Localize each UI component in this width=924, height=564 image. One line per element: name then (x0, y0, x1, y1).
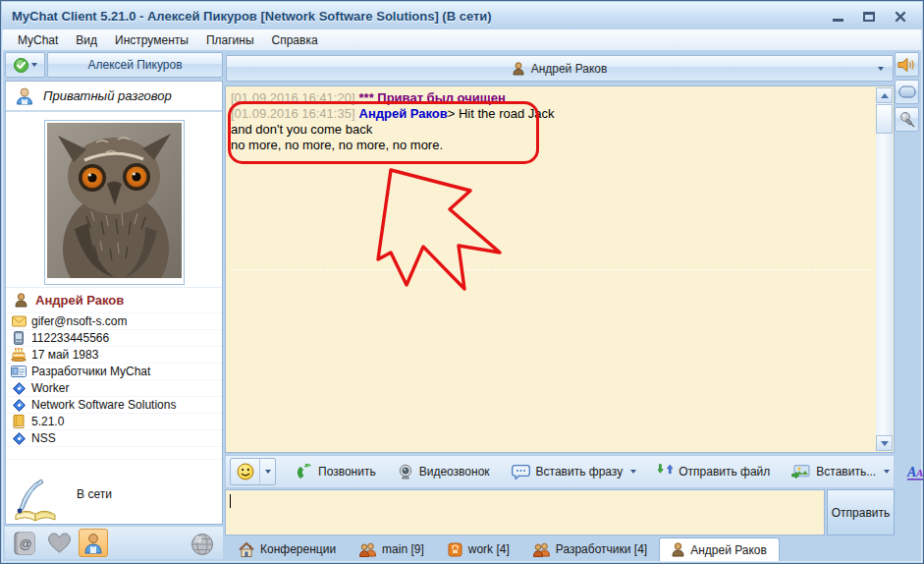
menu-plugins[interactable]: Плагины (197, 31, 263, 49)
insert-phrase-button[interactable]: Вставить фразу (504, 461, 645, 483)
arrow-down-icon (881, 441, 889, 446)
contact-name-row: Андрей Раков (6, 287, 222, 312)
close-button[interactable] (889, 8, 912, 25)
chat-separator-line (232, 269, 870, 270)
globe-icon (190, 533, 214, 556)
window-title: MyChat Client 5.21.0 - Алексей Пикуров [… (12, 9, 492, 24)
transfer-arrows-icon (658, 464, 673, 479)
tab-developers[interactable]: Разработчики [4] (521, 537, 659, 561)
phrase-bubble-icon (512, 465, 530, 479)
detail-row-network: NSS (6, 429, 222, 446)
address-book-button[interactable]: @ (10, 529, 39, 557)
info-icon (6, 399, 31, 412)
birthday-icon (6, 348, 31, 362)
private-person-icon (15, 86, 34, 106)
left-panel: Алексей Пикуров Приватный разговор (5, 52, 223, 559)
detail-row-version: 5.21.0 (6, 413, 222, 429)
compact-window-icon (898, 85, 916, 98)
private-chat-label: Приватный разговор (43, 88, 172, 103)
lock-icon (448, 542, 462, 557)
scroll-thumb[interactable] (876, 104, 893, 134)
person-icon (15, 293, 27, 308)
detail-birthday: 17 май 1983 (31, 348, 98, 362)
owl-photo (47, 123, 182, 278)
menu-tools[interactable]: Инструменты (106, 31, 197, 49)
group-icon (533, 542, 550, 557)
composer: Отправить (225, 489, 895, 536)
chat-scrollbar[interactable] (876, 87, 893, 451)
detail-position: Worker (31, 381, 69, 395)
insert-image-button[interactable]: Вставить... (784, 461, 897, 483)
contact-info-button[interactable] (79, 529, 108, 557)
detail-row-department: Разработчики MyChat (6, 363, 222, 379)
send-file-button[interactable]: Отправить файл (650, 460, 778, 483)
private-chat-row[interactable]: Приватный разговор (6, 82, 222, 112)
buddy-icon (83, 533, 103, 554)
message-area[interactable]: [01.09.2016 16:41:20]*** Приват был очищ… (225, 85, 895, 453)
chevron-down-icon (31, 63, 37, 67)
tab-work[interactable]: work [4] (436, 537, 521, 561)
empty-row (6, 459, 222, 472)
tab-andrey-rakov[interactable]: Андрей Раков (659, 537, 780, 561)
detail-department: Разработчики MyChat (31, 365, 150, 378)
online-status: В сети (6, 487, 183, 501)
detail-row-position: Worker (6, 379, 222, 396)
smiley-icon (237, 463, 254, 480)
emoticons-button[interactable] (231, 459, 260, 484)
chat-header[interactable]: Андрей Раков (226, 55, 894, 82)
self-name-header[interactable]: Алексей Пикуров (47, 52, 223, 78)
detail-row-birthday: 17 май 1983 (6, 346, 222, 363)
detail-email: gifer@nsoft-s.com (31, 314, 128, 328)
scroll-down-button[interactable] (876, 435, 893, 451)
arrow-up-icon (881, 93, 889, 98)
contact-card: Приватный разговор (5, 81, 223, 525)
compact-mode-button[interactable] (895, 80, 919, 104)
emoticons-dropdown[interactable] (260, 459, 275, 484)
message-input[interactable] (225, 489, 825, 536)
tab-conferences[interactable]: Конференции (227, 537, 348, 561)
email-icon (6, 315, 31, 327)
annotation-rect (228, 101, 539, 164)
chevron-down-icon (265, 470, 271, 474)
insert-image-icon (791, 465, 810, 479)
menu-help[interactable]: Справка (263, 31, 327, 49)
maximize-button[interactable] (857, 8, 881, 25)
tab-main[interactable]: main [9] (348, 537, 436, 561)
detail-version: 5.21.0 (31, 415, 64, 428)
detail-row-phone: 112233445566 (6, 329, 222, 346)
left-bottom-toolbar: @ (5, 527, 223, 559)
menu-view[interactable]: Вид (67, 31, 106, 49)
scroll-up-button[interactable] (876, 87, 893, 103)
chat-header-title: Андрей Раков (531, 62, 608, 76)
detail-company: Network Software Solutions (31, 398, 176, 412)
sound-button[interactable] (895, 52, 919, 77)
idcard-icon (6, 366, 31, 377)
annotation-arrow (373, 161, 522, 295)
status-zone: В сети (6, 472, 222, 525)
menu-mychat[interactable]: MyChat (9, 31, 67, 49)
call-button[interactable]: Позвонить (288, 460, 384, 483)
minimize-button[interactable] (826, 8, 849, 25)
address-book-icon: @ (13, 532, 37, 555)
send-button[interactable]: Отправить (827, 489, 895, 536)
phone-icon (6, 331, 31, 345)
favorites-button[interactable] (44, 529, 74, 557)
info-icon (6, 382, 31, 395)
text-caret (230, 494, 231, 508)
pin-button[interactable] (895, 107, 919, 132)
chevron-down-icon (878, 67, 884, 71)
status-online-icon (14, 58, 28, 73)
title-bar: MyChat Client 5.21.0 - Алексей Пикуров [… (2, 2, 922, 29)
video-call-button[interactable]: Видеозвонок (390, 460, 498, 483)
contact-name: Андрей Раков (35, 293, 124, 308)
chevron-down-icon (884, 470, 890, 474)
detail-row-company: Network Software Solutions (6, 396, 222, 413)
chat-toolbar: Позвонить Видеозвонок Вставить фразу (225, 455, 895, 488)
call-icon (296, 464, 312, 479)
detail-network: NSS (31, 431, 56, 445)
status-button[interactable] (5, 52, 45, 78)
webcam-icon (398, 464, 413, 479)
menu-bar: MyChat Вид Инструменты Плагины Справка (3, 29, 921, 50)
pin-icon (898, 111, 915, 128)
web-button[interactable] (188, 530, 217, 558)
